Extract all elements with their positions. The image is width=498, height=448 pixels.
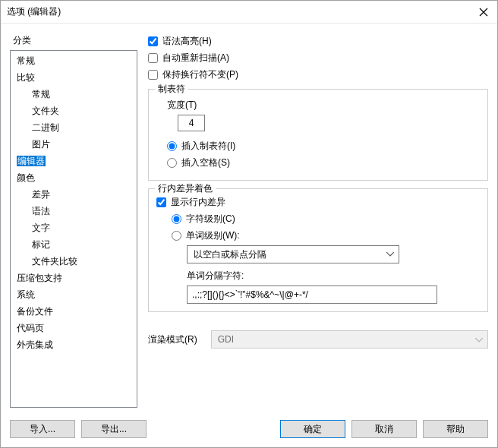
render-mode-row: 渲染模式(R) GDI: [148, 330, 488, 349]
options-window: 选项 (编辑器) 分类 常规比较常规文件夹二进制图片编辑器颜色差异语法文字标记文…: [0, 0, 498, 448]
tree-item-12[interactable]: 文件夹比较: [11, 253, 137, 270]
render-mode-value: GDI: [218, 334, 234, 345]
window-title: 选项 (编辑器): [7, 5, 61, 18]
inline-diff-group: 行内差异着色 显示行内差异 字符级别(C) 单词级别(W): 以空白或标点分隔: [148, 188, 488, 312]
ok-button[interactable]: 确定: [280, 420, 345, 438]
main-panel: 语法高亮(H) 自动重新扫描(A) 保持换行符不变(P) 制表符 宽度(T) 插…: [148, 33, 488, 408]
insert-spaces-radio[interactable]: 插入空格(S): [167, 156, 480, 169]
footer: 导入... 导出... 确定 取消 帮助: [1, 414, 497, 447]
word-level-radio[interactable]: 单词级别(W):: [172, 229, 480, 242]
category-tree[interactable]: 常规比较常规文件夹二进制图片编辑器颜色差异语法文字标记文件夹比较压缩包支持系统备…: [10, 50, 137, 408]
tree-item-15[interactable]: 备份文件: [11, 303, 137, 320]
tree-item-9[interactable]: 语法: [11, 203, 137, 219]
tree-item-11[interactable]: 标记: [11, 236, 137, 253]
render-mode-select: GDI: [211, 330, 488, 349]
tree-item-3[interactable]: 文件夹: [11, 103, 137, 119]
break-type-value: 以空白或标点分隔: [194, 248, 266, 261]
chevron-down-icon: [475, 334, 483, 345]
cancel-button[interactable]: 取消: [351, 420, 417, 438]
tree-item-17[interactable]: 外壳集成: [11, 336, 137, 353]
preserve-eol-checkbox[interactable]: 保持换行符不变(P): [148, 68, 488, 81]
insert-tabs-input[interactable]: [167, 141, 177, 151]
auto-rescan-input[interactable]: [148, 53, 158, 63]
tree-item-13[interactable]: 压缩包支持: [11, 270, 137, 286]
break-type-select[interactable]: 以空白或标点分隔: [187, 245, 399, 263]
char-level-label: 字符级别(C): [186, 212, 235, 226]
char-level-radio[interactable]: 字符级别(C): [172, 212, 480, 226]
show-inline-checkbox[interactable]: 显示行内差异: [156, 195, 480, 209]
help-button[interactable]: 帮助: [423, 420, 488, 438]
auto-rescan-checkbox[interactable]: 自动重新扫描(A): [148, 51, 488, 65]
tree-item-2[interactable]: 常规: [11, 86, 137, 103]
tree-item-7[interactable]: 颜色: [11, 169, 137, 186]
export-button[interactable]: 导出...: [81, 420, 147, 438]
tab-group: 制表符 宽度(T) 插入制表符(I) 插入空格(S): [148, 89, 488, 181]
show-inline-input[interactable]: [156, 197, 166, 207]
break-chars-label: 单词分隔字符:: [187, 270, 480, 282]
word-level-label: 单词级别(W):: [186, 229, 240, 242]
tree-item-5[interactable]: 图片: [11, 136, 137, 153]
tree-item-16[interactable]: 代码页: [11, 320, 137, 336]
tab-width-input[interactable]: [178, 115, 205, 131]
tree-item-6[interactable]: 编辑器: [11, 153, 137, 169]
insert-tabs-label: 插入制表符(I): [181, 139, 235, 153]
auto-rescan-label: 自动重新扫描(A): [162, 51, 229, 65]
syntax-highlight-label: 语法高亮(H): [162, 34, 212, 48]
sidebar: 分类 常规比较常规文件夹二进制图片编辑器颜色差异语法文字标记文件夹比较压缩包支持…: [10, 33, 137, 408]
insert-tabs-radio[interactable]: 插入制表符(I): [167, 139, 480, 153]
preserve-eol-input[interactable]: [148, 70, 158, 80]
insert-spaces-input[interactable]: [167, 158, 177, 168]
tree-item-14[interactable]: 系统: [11, 286, 137, 303]
titlebar: 选项 (编辑器): [1, 1, 497, 24]
tab-group-title: 制表符: [155, 83, 188, 96]
tree-item-4[interactable]: 二进制: [11, 119, 137, 136]
syntax-highlight-input[interactable]: [148, 36, 158, 46]
tree-item-8[interactable]: 差异: [11, 186, 137, 203]
import-button[interactable]: 导入...: [10, 420, 75, 438]
content-area: 分类 常规比较常规文件夹二进制图片编辑器颜色差异语法文字标记文件夹比较压缩包支持…: [1, 24, 497, 414]
tree-item-10[interactable]: 文字: [11, 219, 137, 236]
word-level-input[interactable]: [172, 231, 181, 241]
sidebar-header: 分类: [10, 33, 137, 50]
inline-diff-title: 行内差异着色: [155, 182, 216, 195]
break-chars-input[interactable]: [187, 286, 437, 304]
preserve-eol-label: 保持换行符不变(P): [162, 68, 238, 81]
show-inline-label: 显示行内差异: [171, 195, 225, 209]
tab-width-label: 宽度(T): [167, 99, 480, 112]
tree-item-1[interactable]: 比较: [11, 69, 137, 86]
close-icon[interactable]: [479, 8, 490, 17]
insert-spaces-label: 插入空格(S): [181, 156, 230, 169]
tree-item-0[interactable]: 常规: [11, 52, 137, 69]
syntax-highlight-checkbox[interactable]: 语法高亮(H): [148, 34, 488, 48]
char-level-input[interactable]: [172, 214, 181, 224]
chevron-down-icon: [386, 252, 394, 257]
render-mode-label: 渲染模式(R): [148, 333, 197, 346]
